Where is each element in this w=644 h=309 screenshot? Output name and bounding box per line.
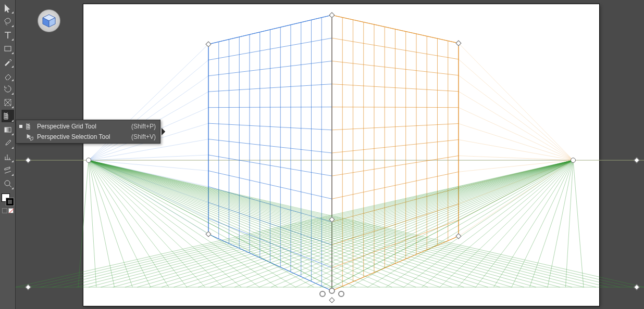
- app-root: Perspective Grid Tool(Shift+P)Perspectiv…: [0, 0, 644, 309]
- free-transform-tool[interactable]: [2, 96, 14, 109]
- horizon-left-handle[interactable]: [25, 157, 31, 163]
- cell-size-left-handle[interactable]: [319, 291, 326, 297]
- flyout-submenu-arrow: [162, 128, 165, 135]
- perspective-grid-tool-item[interactable]: Perspective Grid Tool(Shift+P): [16, 121, 160, 132]
- svg-point-3: [5, 181, 10, 186]
- lasso-tool[interactable]: [2, 15, 14, 28]
- svg-rect-2: [5, 127, 11, 132]
- vanishing-point-right[interactable]: [571, 158, 576, 163]
- lasso-icon: [3, 17, 13, 26]
- horizon-right-handle[interactable]: [634, 157, 639, 163]
- none-mode[interactable]: [8, 208, 14, 213]
- gradient-icon: [3, 125, 13, 134]
- rotate-tool[interactable]: [2, 83, 14, 95]
- slice-tool[interactable]: [2, 164, 14, 176]
- ground-left-handle[interactable]: [25, 284, 31, 290]
- psel-icon: [26, 133, 34, 141]
- cell-size-right-handle[interactable]: [338, 291, 344, 297]
- eraser-icon: [3, 71, 13, 80]
- rectangle-tool[interactable]: [2, 42, 14, 55]
- shear-icon: [3, 98, 13, 107]
- plane-switch-widget[interactable]: [38, 9, 60, 32]
- rotate-icon: [3, 84, 13, 94]
- paintbrush-tool[interactable]: [2, 56, 14, 68]
- eraser-tool[interactable]: [2, 69, 14, 82]
- cube-icon: [41, 13, 57, 29]
- color-mode[interactable]: [2, 208, 7, 213]
- eyedropper-tool[interactable]: [2, 137, 14, 149]
- flyout-item-shortcut: (Shift+V): [131, 133, 156, 140]
- draw-mode-row: [2, 208, 14, 213]
- flyout-item-shortcut: (Shift+P): [131, 123, 156, 130]
- svg-rect-0: [5, 46, 11, 51]
- perspective-tool-flyout[interactable]: Perspective Grid Tool(Shift+P)Perspectiv…: [16, 120, 160, 144]
- brush-icon: [3, 57, 13, 67]
- pgrid-icon: [26, 122, 34, 131]
- arrow-icon: [3, 3, 13, 12]
- zoom-icon: [3, 179, 13, 188]
- ground-right-handle[interactable]: [634, 284, 639, 290]
- zoom-tool[interactable]: [2, 177, 14, 190]
- workspace[interactable]: [16, 0, 644, 309]
- selection-tool[interactable]: [2, 2, 14, 14]
- artboard[interactable]: [83, 4, 599, 306]
- gradient-tool[interactable]: [2, 123, 14, 136]
- eyedrop-icon: [3, 138, 13, 148]
- pgrid-icon: [3, 111, 13, 121]
- perspective-grid-tool[interactable]: [2, 110, 14, 122]
- fill-stroke-swatches[interactable]: [2, 194, 14, 206]
- type-icon: [3, 30, 13, 40]
- vanishing-point-left[interactable]: [86, 158, 91, 163]
- column-graph-tool[interactable]: [2, 150, 14, 163]
- perspective-selection-tool-item[interactable]: Perspective Selection Tool(Shift+V): [16, 132, 160, 142]
- stroke-swatch[interactable]: [6, 198, 14, 206]
- slice-icon: [3, 165, 13, 175]
- type-tool[interactable]: [2, 29, 14, 41]
- flyout-item-label: Perspective Selection Tool: [37, 133, 110, 140]
- tool-panel: [0, 0, 16, 309]
- flyout-item-label: Perspective Grid Tool: [37, 123, 96, 130]
- selected-indicator: [19, 125, 22, 128]
- rect-icon: [3, 44, 13, 53]
- extent-bottom-handle[interactable]: [329, 288, 335, 294]
- graph-icon: [3, 152, 13, 161]
